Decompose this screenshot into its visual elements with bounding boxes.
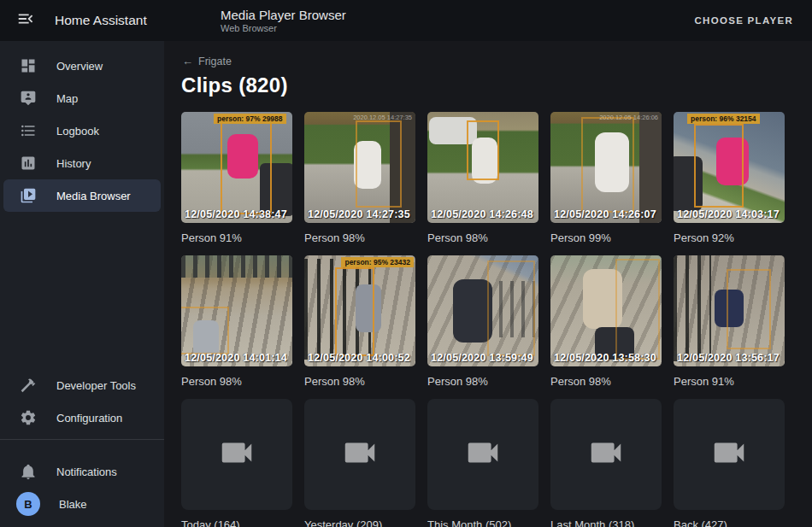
clip-timestamp: 12/05/2020 14:26:07 bbox=[554, 208, 656, 220]
detection-bounding-box bbox=[727, 269, 771, 349]
fence-shape bbox=[674, 255, 711, 361]
folder-card-this-month[interactable]: This Month (502) bbox=[427, 399, 538, 527]
clip-thumbnail: person: 96% 32154 12/05/2020 14:03:17 bbox=[674, 112, 785, 223]
fence-shape bbox=[181, 255, 292, 278]
sidebar-bottom-group: Notifications B Blake bbox=[0, 447, 164, 527]
video-camera-icon bbox=[463, 433, 503, 476]
map-account-icon bbox=[19, 89, 38, 108]
sidebar-item-configuration[interactable]: Configuration bbox=[3, 401, 161, 434]
clip-card[interactable]: 12/05/2020 14:26:48 Person 98% bbox=[427, 112, 538, 245]
sidebar-item-user-profile[interactable]: B Blake bbox=[3, 488, 161, 520]
page-title: Clips (820) bbox=[164, 67, 812, 97]
video-camera-icon bbox=[217, 433, 256, 476]
clip-card[interactable]: 12/05/2020 13:56:17 Person 91% bbox=[674, 255, 785, 389]
sidebar-main-group: Overview Map Logbook History bbox=[0, 41, 164, 212]
sidebar: Overview Map Logbook History bbox=[0, 41, 164, 527]
hammer-icon bbox=[19, 376, 38, 395]
folder-tile bbox=[674, 399, 785, 510]
sidebar-item-label: Logbook bbox=[56, 125, 99, 138]
clip-card[interactable]: 2020.12.05 14:26:06 12/05/2020 14:26:07 … bbox=[550, 112, 662, 245]
sidebar-spacer bbox=[0, 212, 164, 360]
list-icon bbox=[19, 121, 38, 140]
sidebar-item-label: Notifications bbox=[56, 466, 117, 478]
detection-bounding-box bbox=[487, 261, 535, 356]
chart-box-icon bbox=[19, 154, 38, 173]
clip-timestamp: 12/05/2020 14:38:47 bbox=[185, 208, 287, 220]
clip-thumbnail: 12/05/2020 13:56:17 bbox=[674, 255, 785, 366]
sidebar-item-label: History bbox=[56, 157, 91, 170]
sidebar-item-label: Map bbox=[56, 92, 78, 105]
player-subtitle: Web Browser bbox=[221, 23, 346, 34]
clip-label: Person 98% bbox=[304, 231, 415, 245]
clip-thumbnail: 12/05/2020 13:59:49 bbox=[427, 255, 538, 366]
detection-bounding-box bbox=[615, 259, 660, 360]
back-link-label: Frigate bbox=[198, 56, 232, 67]
back-link-frigate[interactable]: ← Frigate bbox=[164, 41, 232, 67]
camera-osd-timestamp: 2020.12.05 14:27:35 bbox=[353, 114, 412, 121]
video-camera-icon bbox=[340, 433, 380, 476]
folder-tile bbox=[304, 399, 415, 510]
clip-label: Person 98% bbox=[427, 231, 538, 245]
clip-label: Person 98% bbox=[304, 374, 415, 389]
clip-timestamp: 12/05/2020 14:27:35 bbox=[308, 208, 410, 220]
clip-thumbnail: person: 97% 29988 12/05/2020 14:38:47 bbox=[181, 112, 292, 223]
camera-osd-timestamp: 2020.12.05 14:26:06 bbox=[599, 114, 658, 121]
player-header: Media Player Browser Web Browser bbox=[221, 8, 346, 34]
detection-chip: person: 97% 29988 bbox=[214, 114, 286, 124]
folder-label: Yesterday (209) bbox=[304, 518, 415, 527]
sidebar-item-overview[interactable]: Overview bbox=[3, 50, 161, 82]
clip-timestamp: 12/05/2020 14:00:52 bbox=[308, 352, 410, 364]
clip-label: Person 98% bbox=[550, 374, 662, 389]
clip-card[interactable]: person: 97% 29988 12/05/2020 14:38:47 Pe… bbox=[181, 112, 292, 245]
clip-card[interactable]: 2020.12.05 14:27:35 12/05/2020 14:27:35 … bbox=[304, 112, 415, 245]
folder-card-last-month[interactable]: Last Month (318) bbox=[550, 399, 662, 527]
video-camera-icon bbox=[586, 433, 626, 476]
sidebar-item-label: Developer Tools bbox=[56, 379, 136, 392]
clip-thumbnail: 12/05/2020 14:26:48 bbox=[427, 112, 538, 223]
sidebar-item-notifications[interactable]: Notifications bbox=[3, 455, 161, 488]
clip-thumbnail: 12/05/2020 13:58:30 bbox=[550, 255, 662, 366]
folder-tile bbox=[550, 399, 662, 510]
sidebar-item-logbook[interactable]: Logbook bbox=[3, 114, 161, 147]
folder-card-yesterday[interactable]: Yesterday (209) bbox=[304, 399, 415, 527]
detection-chip: person: 95% 23432 bbox=[341, 257, 414, 267]
clip-card[interactable]: 12/05/2020 14:01:14 Person 98% bbox=[181, 255, 292, 389]
sidebar-item-developer-tools[interactable]: Developer Tools bbox=[3, 369, 161, 401]
sidebar-item-map[interactable]: Map bbox=[3, 82, 161, 114]
clip-thumbnail: 2020.12.05 14:26:06 12/05/2020 14:26:07 bbox=[550, 112, 662, 223]
clip-timestamp: 12/05/2020 13:59:49 bbox=[431, 352, 533, 364]
clip-timestamp: 12/05/2020 13:56:17 bbox=[677, 352, 780, 364]
clip-timestamp: 12/05/2020 14:26:48 bbox=[431, 208, 533, 220]
folder-label: This Month (502) bbox=[427, 518, 538, 527]
app-title: Home Assistant bbox=[55, 13, 147, 28]
sidebar-item-history[interactable]: History bbox=[3, 147, 161, 179]
detection-chip: person: 96% 32154 bbox=[687, 114, 760, 124]
clip-label: Person 91% bbox=[181, 231, 292, 245]
avatar: B bbox=[16, 492, 40, 516]
detection-bounding-box bbox=[221, 117, 272, 214]
clip-card[interactable]: 12/05/2020 13:59:49 Person 98% bbox=[427, 255, 538, 389]
folder-card-today[interactable]: Today (164) bbox=[181, 399, 292, 527]
bell-icon bbox=[19, 462, 38, 481]
clip-label: Person 98% bbox=[427, 374, 538, 389]
choose-player-button[interactable]: CHOOSE PLAYER bbox=[685, 9, 802, 32]
clip-thumbnail: 12/05/2020 14:01:14 bbox=[181, 255, 292, 366]
clip-thumbnail: person: 95% 23432 12/05/2020 14:00:52 bbox=[304, 255, 415, 366]
clip-card[interactable]: 12/05/2020 13:58:30 Person 98% bbox=[550, 255, 662, 389]
detection-bounding-box bbox=[694, 124, 744, 208]
detection-bounding-box bbox=[467, 120, 499, 180]
sidebar-item-media-browser[interactable]: Media Browser bbox=[3, 179, 161, 212]
clip-label: Person 91% bbox=[674, 374, 785, 389]
sidebar-tools-group: Developer Tools Configuration bbox=[0, 360, 164, 434]
home-assistant-app: Home Assistant Media Player Browser Web … bbox=[0, 0, 812, 527]
sidebar-divider bbox=[0, 439, 164, 440]
sidebar-item-label: Configuration bbox=[56, 412, 122, 425]
sidebar-toggle-button[interactable] bbox=[15, 10, 36, 31]
clip-card[interactable]: person: 96% 32154 12/05/2020 14:03:17 Pe… bbox=[674, 112, 785, 245]
clip-card[interactable]: person: 95% 23432 12/05/2020 14:00:52 Pe… bbox=[304, 255, 415, 389]
folder-label: Back (427) bbox=[674, 518, 785, 527]
folder-tile bbox=[427, 399, 538, 510]
detection-bounding-box bbox=[181, 307, 229, 354]
clip-timestamp: 12/05/2020 13:58:30 bbox=[554, 352, 656, 364]
folder-card-back[interactable]: Back (427) bbox=[674, 399, 785, 527]
